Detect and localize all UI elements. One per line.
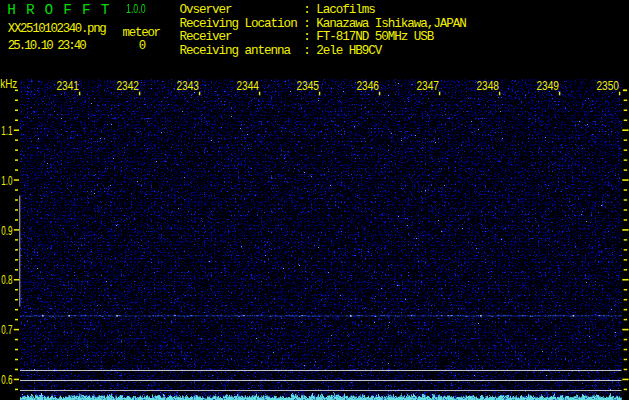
- svg-text:2343: 2343: [177, 78, 200, 93]
- svg-text:0.9: 0.9: [1, 223, 12, 238]
- svg-text:2342: 2342: [117, 78, 140, 93]
- svg-text:0.7: 0.7: [1, 322, 12, 337]
- svg-text:2347: 2347: [417, 78, 440, 93]
- svg-text:1.1: 1.1: [1, 123, 12, 138]
- svg-text:2344: 2344: [237, 78, 260, 93]
- svg-text:2350: 2350: [597, 78, 620, 93]
- svg-text:0.6: 0.6: [1, 372, 12, 387]
- svg-text:2341: 2341: [57, 78, 80, 93]
- svg-text:2346: 2346: [357, 78, 380, 93]
- svg-text:2348: 2348: [477, 78, 500, 93]
- svg-text:1.0: 1.0: [1, 173, 12, 188]
- svg-text:0.8: 0.8: [1, 272, 12, 287]
- svg-text:kHz: kHz: [0, 77, 17, 91]
- svg-text:2345: 2345: [297, 78, 320, 93]
- svg-text:2349: 2349: [537, 78, 560, 93]
